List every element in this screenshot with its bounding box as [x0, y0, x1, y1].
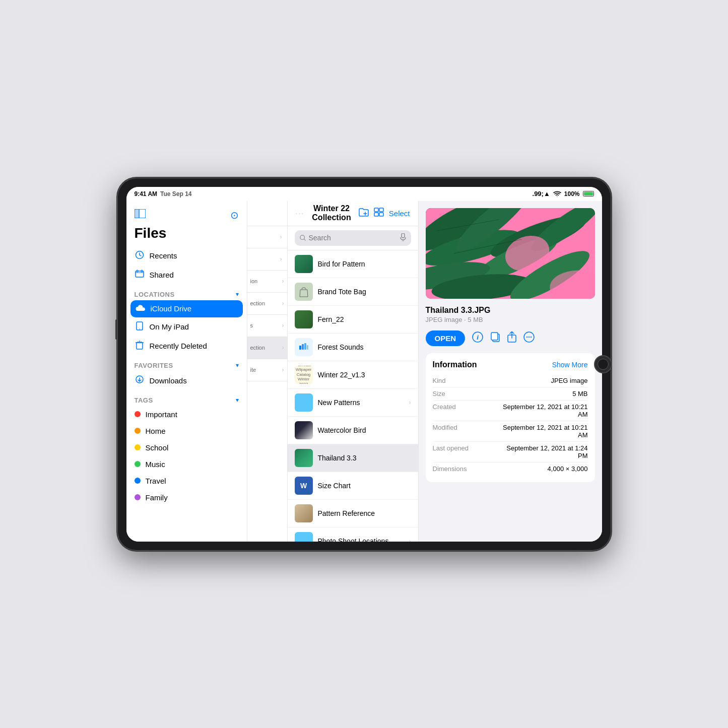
tags-chevron[interactable]: ▾: [236, 396, 239, 404]
shared-icon: [135, 270, 145, 281]
folder-chevron: ›: [409, 399, 411, 406]
sidebar-item-icloud[interactable]: iCloud Drive: [130, 300, 243, 317]
sidebar: ⊙ Files Recents: [126, 201, 247, 542]
locations-chevron[interactable]: ▾: [236, 291, 239, 298]
file-item-fern22[interactable]: Fern_22: [288, 306, 418, 334]
sidebar-item-ipad[interactable]: On My iPad: [126, 317, 247, 337]
important-tag-label: Important: [146, 410, 177, 419]
file-item-forest-sounds[interactable]: Forest Sounds: [288, 334, 418, 361]
action-more-icon[interactable]: [523, 332, 535, 345]
svg-text:i: i: [477, 334, 479, 341]
open-button[interactable]: OPEN: [426, 330, 466, 346]
side-button: [115, 319, 117, 340]
file-name-winter22: Winter 22_v1.3: [318, 371, 365, 379]
svg-rect-21: [374, 208, 378, 212]
search-input[interactable]: [309, 234, 397, 242]
tags-section-header: Tags ▾: [126, 390, 247, 406]
show-more-link[interactable]: Show More: [552, 361, 588, 369]
important-tag-dot: [135, 411, 141, 417]
mic-icon[interactable]: [400, 233, 406, 243]
file-name-thailand33: Thailand 3.3: [318, 454, 357, 462]
svg-rect-32: [307, 345, 308, 350]
travel-tag-label: Travel: [146, 477, 166, 485]
locations-label: Locations: [135, 291, 175, 298]
sidebar-tag-family[interactable]: Family: [126, 489, 247, 506]
svg-rect-30: [302, 344, 304, 350]
search-bar: [288, 226, 418, 250]
info-key-modified: Modified: [433, 424, 457, 439]
music-tag-label: Music: [146, 460, 165, 469]
sidebar-tag-important[interactable]: Important: [126, 406, 247, 423]
file-item-size-chart[interactable]: W Size Chart: [288, 472, 418, 500]
recently-deleted-label: Recently Deleted: [150, 342, 207, 350]
downloads-label: Downloads: [150, 376, 187, 385]
file-item-pattern-ref[interactable]: Pattern Reference: [288, 500, 418, 527]
sidebar-tag-school[interactable]: School: [126, 439, 247, 456]
tags-label: Tags: [135, 396, 153, 404]
file-item-bird-pattern[interactable]: Bird for Pattern: [288, 250, 418, 278]
file-item-thailand33[interactable]: Thailand 3.3: [288, 444, 418, 472]
status-date: Tue Sep 14: [160, 190, 191, 197]
folder-chevron: ›: [409, 538, 411, 542]
home-button[interactable]: [594, 355, 612, 373]
svg-rect-31: [304, 343, 306, 350]
favorites-chevron[interactable]: ▾: [236, 362, 239, 369]
file-item-brand-tote[interactable]: Brand Tote Bag: [288, 278, 418, 306]
file-item-new-patterns[interactable]: New Patterns ›: [288, 389, 418, 417]
svg-rect-24: [379, 213, 383, 216]
detail-content: Thailand 3.3.JPG JPEG image · 5 MB OPEN …: [419, 201, 602, 489]
sidebar-item-recently-deleted[interactable]: Recently Deleted: [126, 337, 247, 356]
svg-rect-12: [137, 343, 143, 349]
wifi-icon: [553, 191, 561, 197]
sidebar-item-downloads[interactable]: Downloads: [126, 371, 247, 390]
toolbar-title: Winter 22 Collection: [304, 204, 359, 222]
info-key-created: Created: [433, 403, 456, 418]
file-item-photo-shoot[interactable]: Photo Shoot Locations ›: [288, 527, 418, 542]
action-share-icon[interactable]: [507, 332, 516, 345]
info-section-title: Information: [433, 360, 477, 369]
svg-point-54: [526, 336, 527, 337]
info-key-last-opened: Last opened: [433, 444, 469, 459]
school-tag-dot: [135, 444, 141, 450]
view-toggle-icon[interactable]: [374, 208, 384, 219]
detail-panel: Thailand 3.3.JPG JPEG image · 5 MB OPEN …: [419, 201, 602, 542]
trash-icon: [135, 341, 145, 352]
ipad-icon: [135, 321, 145, 333]
svg-rect-27: [402, 233, 405, 238]
file-item-winter22[interactable]: FernvallsWllpaperCatalogWinter2022 Winte…: [288, 361, 418, 389]
info-val-size: 5 MB: [572, 390, 587, 398]
recents-label: Recents: [150, 251, 177, 260]
status-bar: 9:41 AM Tue Sep 14 .99;▲ 100%: [126, 187, 602, 201]
family-tag-label: Family: [146, 493, 168, 502]
sidebar-tag-travel[interactable]: Travel: [126, 473, 247, 489]
sidebar-tag-music[interactable]: Music: [126, 456, 247, 473]
action-info-icon[interactable]: i: [472, 332, 483, 345]
toolbar-dots: ···: [296, 209, 305, 217]
sidebar-tag-home[interactable]: Home: [126, 423, 247, 439]
info-key-dimensions: Dimensions: [433, 465, 467, 473]
wifi-icon: .99;▲: [533, 190, 550, 197]
info-val-dimensions: 4,000 × 3,000: [548, 465, 588, 473]
sidebar-toggle-icon[interactable]: [135, 209, 146, 221]
info-row-last-opened: Last opened September 12, 2021 at 1:24 P…: [433, 442, 588, 462]
new-folder-icon[interactable]: [359, 208, 369, 219]
favorites-label: Favorites: [135, 362, 173, 369]
file-item-watercolor-bird[interactable]: Watercolor Bird: [288, 417, 418, 444]
svg-point-11: [139, 328, 140, 329]
app-body: ⊙ Files Recents: [126, 201, 602, 542]
home-tag-label: Home: [146, 427, 166, 435]
action-copy-icon[interactable]: [490, 332, 500, 345]
select-button[interactable]: Select: [389, 209, 410, 218]
svg-rect-22: [379, 208, 383, 212]
school-tag-label: School: [146, 443, 169, 452]
svg-line-5: [140, 255, 141, 256]
sidebar-item-shared[interactable]: Shared: [126, 266, 247, 285]
ipad-device: 9:41 AM Tue Sep 14 .99;▲ 100%: [117, 178, 611, 551]
file-name-size-chart: Size Chart: [318, 482, 351, 490]
sidebar-more-icon[interactable]: ⊙: [230, 209, 239, 221]
info-key-kind: Kind: [433, 377, 446, 384]
locations-section-header: Locations ▾: [126, 285, 247, 300]
sidebar-item-recents[interactable]: Recents: [126, 246, 247, 266]
detail-file-name: Thailand 3.3.JPG: [426, 306, 595, 315]
file-name-pattern-ref: Pattern Reference: [318, 509, 375, 517]
